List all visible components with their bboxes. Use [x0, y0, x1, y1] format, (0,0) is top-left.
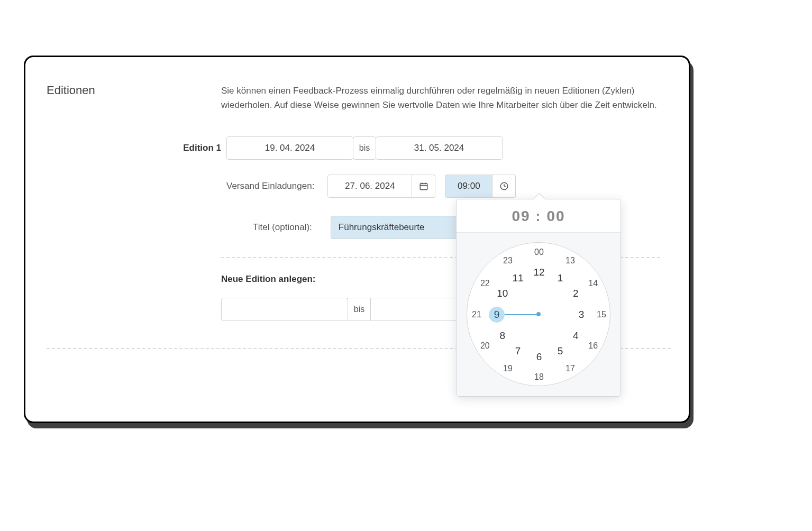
- hour-14[interactable]: 14: [585, 276, 601, 291]
- clock-icon-button[interactable]: [492, 175, 516, 198]
- hour-6[interactable]: 6: [531, 349, 547, 365]
- time-picker-display: 09 : 00: [457, 199, 621, 232]
- hour-7[interactable]: 7: [510, 343, 526, 359]
- section-description: Sie können einen Feedback-Prozess einmal…: [221, 84, 671, 112]
- hour-3[interactable]: 3: [573, 307, 589, 323]
- neue-from-date-input[interactable]: [221, 298, 348, 321]
- edition1-to-date-input[interactable]: 31. 05. 2024: [376, 136, 503, 160]
- hour-5[interactable]: 5: [552, 343, 568, 359]
- edition1-to-separator: bis: [353, 136, 376, 160]
- hour-21[interactable]: 21: [469, 307, 485, 323]
- titel-label: Titel (optional):: [253, 222, 312, 233]
- svg-rect-0: [420, 184, 427, 190]
- hour-16[interactable]: 16: [585, 338, 601, 354]
- hour-4[interactable]: 4: [568, 328, 583, 344]
- edition1-label: Edition 1: [152, 143, 221, 153]
- hour-20[interactable]: 20: [477, 338, 493, 354]
- section-title: Editionen: [47, 84, 95, 97]
- versand-label: Versand Einladungen:: [226, 181, 314, 191]
- hour-22[interactable]: 22: [477, 276, 493, 291]
- edition1-row: Edition 1 19. 04. 2024 bis 31. 05. 2024: [152, 136, 503, 160]
- hour-9[interactable]: 9: [489, 307, 505, 323]
- hour-12[interactable]: 12: [531, 264, 547, 280]
- neue-edition-label-row: Neue Edition anlegen:: [221, 274, 316, 285]
- hour-11[interactable]: 11: [510, 270, 526, 286]
- hour-23[interactable]: 23: [500, 253, 516, 269]
- editions-card: Editionen Sie können einen Feedback-Proz…: [24, 56, 690, 423]
- hour-00[interactable]: 00: [531, 244, 547, 260]
- clock-icon: [499, 181, 509, 191]
- versand-time-input[interactable]: 09:00: [445, 175, 492, 198]
- clock-area: 121234567891011001314151617181920212223: [457, 232, 621, 396]
- hour-8[interactable]: 8: [495, 328, 510, 344]
- hour-18[interactable]: 18: [531, 369, 547, 385]
- hour-10[interactable]: 10: [495, 286, 510, 301]
- versand-row: Versand Einladungen: 27. 06. 2024 09:00: [226, 175, 516, 198]
- calendar-icon-button[interactable]: [412, 175, 435, 198]
- hour-13[interactable]: 13: [562, 253, 578, 269]
- hour-2[interactable]: 2: [568, 286, 583, 301]
- hour-1[interactable]: 1: [552, 270, 568, 286]
- versand-date-input[interactable]: 27. 06. 2024: [327, 175, 412, 198]
- hour-17[interactable]: 17: [562, 361, 578, 377]
- hour-19[interactable]: 19: [500, 361, 516, 377]
- clock-face[interactable]: 121234567891011001314151617181920212223: [467, 242, 610, 386]
- time-picker-popover: 09 : 00 12123456789101100131415161718192…: [456, 199, 621, 397]
- calendar-icon: [419, 181, 428, 191]
- neue-to-separator: bis: [348, 298, 371, 321]
- clock-hand: [504, 314, 539, 315]
- edition1-from-date-input[interactable]: 19. 04. 2024: [226, 136, 353, 160]
- hour-15[interactable]: 15: [594, 307, 609, 323]
- neue-edition-label: Neue Edition anlegen:: [221, 274, 316, 285]
